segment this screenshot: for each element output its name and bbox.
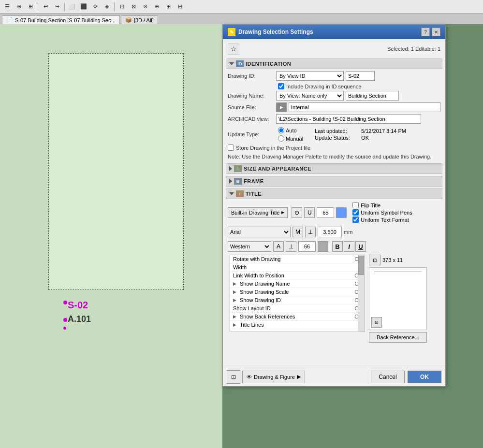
- update-type-options: Auto Manual: [276, 127, 305, 142]
- ok-button[interactable]: OK: [408, 371, 441, 383]
- cancel-button[interactable]: Cancel: [371, 371, 405, 383]
- auto-label: Auto: [286, 128, 297, 133]
- include-drawing-checkbox[interactable]: [278, 83, 284, 89]
- italic-btn[interactable]: I: [344, 241, 354, 252]
- prop-show-scale-expand: ▶: [233, 289, 240, 294]
- font-icon-btn-2[interactable]: ⊥: [305, 227, 316, 237]
- archicad-view-row: ARCHICAD view:: [226, 114, 442, 124]
- drawing-name-row: Drawing Name: By View: Name only: [226, 91, 442, 101]
- identification-section-icon: ID: [236, 60, 244, 67]
- title-checkboxes: Flip Title Uniform Symbol Pens Uniform T…: [352, 202, 440, 223]
- preview-bottom-icon[interactable]: ⊡: [371, 317, 382, 328]
- title-section-header[interactable]: T TITLE: [226, 188, 442, 199]
- prop-row-show-name[interactable]: ▶ Show Drawing Name Off: [230, 280, 365, 288]
- frame-label: FRAME: [244, 178, 264, 184]
- source-file-icon-btn[interactable]: ▶: [276, 102, 287, 112]
- auto-radio-row: Auto: [276, 127, 305, 134]
- toolbar-mirror-btn[interactable]: ◈: [102, 1, 112, 12]
- drawing-id-input[interactable]: [346, 71, 375, 81]
- script-color-box[interactable]: [318, 241, 328, 252]
- last-updated-label: Last updated:: [315, 128, 358, 134]
- toolbar-fill-btn[interactable]: ⬛: [78, 1, 89, 12]
- drawing-id-label: S-02: [68, 300, 88, 311]
- font-icon-btn-1[interactable]: M: [293, 227, 303, 237]
- prop-row-width[interactable]: Width: [230, 263, 365, 272]
- update-status-row: Update Status: OK: [315, 135, 406, 141]
- title-num-input[interactable]: [317, 207, 334, 218]
- bold-btn[interactable]: B: [332, 241, 343, 252]
- script-icon-btn-1[interactable]: A: [273, 241, 284, 252]
- drawing-figure-label: Drawing & Figure: [254, 374, 295, 380]
- toolbar-rotate-btn[interactable]: ⟳: [90, 1, 101, 12]
- dialog-close-btn[interactable]: ✕: [432, 28, 440, 36]
- dialog-help-btn[interactable]: ?: [421, 28, 430, 36]
- uniform-symbol-checkbox[interactable]: [352, 209, 359, 216]
- frame-header[interactable]: ▦ FRAME: [226, 176, 442, 187]
- properties-list: Rotate with Drawing On Width Link Width …: [230, 255, 365, 332]
- back-reference-btn[interactable]: Back Reference...: [369, 332, 427, 343]
- title-row-1: Built-in Drawing Title ▶ ⊙ U Flip Title …: [226, 201, 442, 224]
- toolbar-undo-btn[interactable]: ↩: [40, 1, 51, 12]
- toolbar-grid-btn[interactable]: ⊞: [25, 1, 36, 12]
- uniform-text-checkbox[interactable]: [352, 217, 359, 223]
- tab-3d-label: [3D / All]: [134, 17, 154, 23]
- char-size-input[interactable]: [298, 241, 316, 252]
- script-select[interactable]: Western: [228, 241, 271, 252]
- manual-radio[interactable]: [278, 135, 284, 142]
- toolbar-edit6-btn[interactable]: ⊟: [175, 1, 185, 12]
- built-in-drawing-title-btn[interactable]: Built-in Drawing Title ▶: [228, 207, 288, 218]
- mm-label: mm: [344, 229, 352, 235]
- bottom-icon-btn[interactable]: ⊡: [227, 370, 240, 384]
- preview-icon-btn[interactable]: ⊡: [369, 255, 381, 265]
- font-select[interactable]: Arial: [228, 227, 291, 237]
- toolbar-separator2: [64, 2, 65, 11]
- flip-title-checkbox[interactable]: [352, 202, 359, 208]
- underline-btn[interactable]: U: [355, 241, 366, 252]
- tab-building-section[interactable]: 📄 S-07 Building Section [S-07 Building S…: [2, 15, 120, 24]
- drawing-name-input[interactable]: [346, 91, 399, 101]
- dialog-controls: ? ✕: [421, 28, 440, 36]
- toolbar-edit1-btn[interactable]: ⊡: [117, 1, 127, 12]
- props-scrollbar[interactable]: [358, 255, 365, 332]
- toolbar-snap-btn[interactable]: ⊕: [14, 1, 24, 12]
- toolbar-select-btn[interactable]: ⬜: [67, 1, 77, 12]
- toolbar-edit3-btn[interactable]: ⊗: [140, 1, 150, 12]
- prop-row-rotate[interactable]: Rotate with Drawing On: [230, 255, 365, 263]
- prop-link-name: Link Width to Position: [233, 273, 333, 278]
- preview-bottom-icon-symbol: ⊡: [375, 320, 379, 325]
- prop-row-show-scale[interactable]: ▶ Show Drawing Scale On: [230, 288, 365, 296]
- draw-dot-1: [63, 301, 67, 304]
- prop-row-back-ref[interactable]: ▶ Show Back References On: [230, 313, 365, 321]
- drawing-figure-btn[interactable]: 👁 Drawing & Figure ▶: [242, 371, 305, 383]
- drawing-canvas: S-02 A.101: [0, 24, 222, 448]
- auto-radio[interactable]: [278, 127, 284, 133]
- prop-row-show-layout[interactable]: Show Layout ID Off: [230, 304, 365, 313]
- uniform-text-row: Uniform Text Format: [352, 217, 409, 223]
- tab-3d-all[interactable]: 📦 [3D / All]: [121, 15, 158, 24]
- archicad-view-label: ARCHICAD view:: [228, 116, 276, 122]
- toolbar-edit4-btn[interactable]: ⊕: [151, 1, 162, 12]
- script-icon-btn-2[interactable]: ⊥: [286, 241, 296, 252]
- toolbar-menu-btn[interactable]: ☰: [2, 1, 13, 12]
- identification-section-header[interactable]: ID IDENTIFICATION: [226, 58, 442, 69]
- toolbar-edit2-btn[interactable]: ⊠: [128, 1, 139, 12]
- size-appearance-header[interactable]: ⊡ SIZE AND APPEARANCE: [226, 163, 442, 174]
- prop-row-title-lines[interactable]: ▶ Title Lines: [230, 321, 365, 329]
- drawing-name-select[interactable]: By View: Name only: [276, 91, 344, 101]
- star-button[interactable]: ☆: [228, 43, 239, 55]
- prop-row-show-id[interactable]: ▶ Show Drawing ID On: [230, 296, 365, 304]
- manual-radio-row: Manual: [276, 135, 305, 142]
- archicad-view-input[interactable]: [276, 114, 421, 124]
- drawing-id-select[interactable]: By View ID: [276, 71, 344, 81]
- toolbar-edit5-btn[interactable]: ⊞: [163, 1, 174, 12]
- title-color-box[interactable]: [336, 207, 347, 218]
- tab-bar: 📄 S-07 Building Section [S-07 Building S…: [0, 14, 483, 24]
- title-icon-btn-2[interactable]: U: [304, 207, 315, 218]
- toolbar: ☰ ⊕ ⊞ ↩ ↪ ⬜ ⬛ ⟳ ◈ ⊡ ⊠ ⊗ ⊕ ⊞ ⊟: [0, 0, 483, 14]
- prop-row-link[interactable]: Link Width to Position On: [230, 272, 365, 280]
- note-text: Note: Use the Drawing Manager Palette to…: [226, 152, 442, 161]
- font-size-input[interactable]: [318, 227, 342, 237]
- toolbar-redo-btn[interactable]: ↪: [52, 1, 62, 12]
- title-icon-btn-1[interactable]: ⊙: [292, 207, 302, 218]
- store-drawing-checkbox[interactable]: [228, 145, 234, 151]
